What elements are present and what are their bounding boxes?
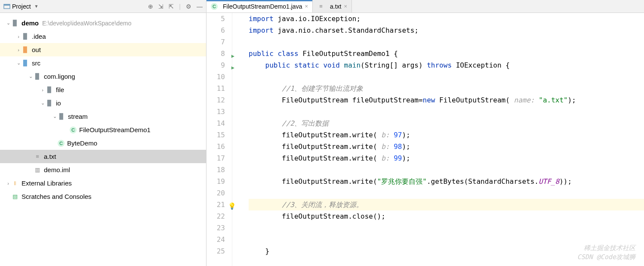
line-number: 17 — [206, 152, 225, 164]
tree-root[interactable]: ⌄ ▉ demo E:\develop\ideaWorkSpace\demo — [0, 16, 206, 30]
chevron-down-icon[interactable]: ⌄ — [5, 20, 11, 26]
gear-icon[interactable]: ⚙ — [186, 3, 191, 10]
tree-label: demo.iml — [44, 166, 70, 173]
package-icon: ▉ — [58, 113, 65, 121]
line-number: 24 — [206, 234, 225, 245]
sidebar-header: Project ▼ ⊕ ⇲ ⇱ | ⚙ — — [0, 0, 206, 13]
line-number: 16 — [206, 141, 225, 152]
text-file-icon: ≡ — [34, 153, 41, 161]
folder-icon: ▉ — [22, 33, 29, 40]
tree-label: ByteDemo — [67, 139, 97, 147]
tree-label: src — [32, 59, 40, 67]
package-icon: ▉ — [46, 99, 53, 107]
tree-label: file — [56, 86, 64, 93]
tree-node-file2[interactable]: · C ByteDemo — [0, 136, 206, 150]
tree-node-out[interactable]: › ▉ out — [0, 43, 206, 56]
module-icon: ▉ — [11, 19, 19, 27]
iml-file-icon: ▥ — [34, 166, 41, 174]
tree-node-file[interactable]: › ▉ file — [0, 83, 206, 96]
java-class-icon: C — [70, 127, 77, 133]
line-number: 11 — [206, 83, 225, 94]
svg-rect-1 — [4, 4, 10, 6]
editor-tabs: C FileOutputStreamDemo1.java × ≡ a.txt × — [206, 0, 644, 13]
tree-label: stream — [68, 113, 88, 120]
tree-node-atxt[interactable]: · ≡ a.txt — [0, 150, 206, 163]
code-editor[interactable]: 5 6 7 8▶ 9▶ 10 11 12 13 14 15 16 17 18 1… — [206, 13, 644, 266]
tree-label: out — [32, 46, 41, 53]
line-number: 25 — [206, 245, 225, 257]
line-number: 14 — [206, 118, 225, 129]
package-icon: ▉ — [34, 73, 41, 80]
tree-node-idea[interactable]: › ▉ .idea — [0, 30, 206, 43]
tree-path: E:\develop\ideaWorkSpace\demo — [42, 20, 132, 27]
line-number: 6 — [206, 25, 225, 36]
tree-label: com.ligong — [44, 73, 75, 80]
tab-label: FileOutputStreamDemo1.java — [223, 3, 302, 10]
chevron-down-icon[interactable]: ⌄ — [52, 114, 58, 119]
hide-icon[interactable]: — — [197, 3, 203, 10]
chevron-down-icon[interactable]: ⌄ — [28, 74, 34, 79]
select-opened-icon[interactable]: ⊕ — [148, 3, 153, 10]
tab-txt-file[interactable]: ≡ a.txt × — [313, 0, 352, 12]
close-icon[interactable]: × — [344, 3, 347, 9]
tree-label: Scratches and Consoles — [22, 193, 92, 200]
line-number: 5 — [206, 13, 225, 25]
tree-node-stream[interactable]: ⌄ ▉ stream — [0, 110, 206, 123]
project-icon — [3, 3, 10, 10]
tree-label: .idea — [32, 33, 46, 40]
chevron-down-icon[interactable]: ⌄ — [40, 100, 46, 106]
tree-label: demo — [22, 19, 39, 27]
tree-node-io[interactable]: ⌄ ▉ io — [0, 96, 206, 110]
folder-icon: ▉ — [22, 46, 29, 54]
project-dropdown[interactable]: Project ▼ — [3, 3, 38, 10]
line-number: 7 — [206, 36, 225, 48]
chevron-right-icon[interactable]: › — [15, 47, 22, 53]
tree-label: io — [56, 99, 61, 107]
line-number: 8▶ — [206, 48, 225, 59]
line-number: 22 — [206, 210, 225, 222]
expand-all-icon[interactable]: ⇲ — [158, 3, 163, 10]
line-number: 12 — [206, 94, 225, 106]
tree-node-file1[interactable]: · C FileOutputStreamDemo1 — [0, 123, 206, 136]
tree-label: FileOutputStreamDemo1 — [79, 126, 151, 133]
line-number: 19 — [206, 176, 225, 187]
line-number: 21💡 — [206, 199, 225, 210]
sidebar-toolbar: ⊕ ⇲ ⇱ | ⚙ — — [148, 3, 203, 10]
divider: | — [179, 3, 181, 10]
project-sidebar: Project ▼ ⊕ ⇲ ⇱ | ⚙ — ⌄ ▉ demo E:\develo… — [0, 0, 206, 266]
tab-java-file[interactable]: C FileOutputStreamDemo1.java × — [206, 0, 313, 12]
tree-node-external[interactable]: › ⫴ External Libraries — [0, 176, 206, 190]
line-number: 13 — [206, 106, 225, 118]
package-icon: ▉ — [46, 86, 53, 94]
collapse-all-icon[interactable]: ⇱ — [169, 3, 174, 10]
chevron-right-icon[interactable]: › — [15, 34, 22, 39]
tree-node-src[interactable]: ⌄ ▉ src — [0, 56, 206, 70]
gutter: 5 6 7 8▶ 9▶ 10 11 12 13 14 15 16 17 18 1… — [206, 13, 232, 266]
project-tree[interactable]: ⌄ ▉ demo E:\develop\ideaWorkSpace\demo ›… — [0, 13, 206, 207]
editor-panel: C FileOutputStreamDemo1.java × ≡ a.txt ×… — [206, 0, 644, 266]
java-class-icon: C — [211, 3, 218, 10]
text-file-icon: ≡ — [317, 3, 325, 10]
library-icon: ⫴ — [11, 179, 19, 187]
tree-node-scratches[interactable]: · ▧ Scratches and Consoles — [0, 190, 206, 203]
line-number: 15 — [206, 129, 225, 141]
tab-label: a.txt — [330, 3, 341, 10]
chevron-right-icon[interactable]: › — [5, 181, 11, 186]
folder-icon: ▉ — [22, 59, 29, 67]
line-number: 10 — [206, 71, 225, 83]
chevron-down-icon[interactable]: ⌄ — [15, 60, 22, 66]
tree-label: a.txt — [44, 153, 56, 160]
line-number: 9▶ — [206, 59, 225, 71]
close-icon[interactable]: × — [305, 3, 308, 9]
scratches-icon: ▧ — [11, 193, 19, 201]
code-content[interactable]: import java.io.IOException; import java.… — [232, 13, 644, 266]
chevron-right-icon[interactable]: › — [40, 87, 46, 93]
java-class-icon: C — [58, 140, 65, 147]
chevron-down-icon: ▼ — [34, 4, 39, 9]
line-number: 23 — [206, 222, 225, 234]
line-number: 18 — [206, 164, 225, 176]
tree-node-pkg[interactable]: ⌄ ▉ com.ligong — [0, 70, 206, 83]
tree-node-iml[interactable]: · ▥ demo.iml — [0, 163, 206, 176]
tree-label: External Libraries — [22, 179, 72, 187]
sidebar-title-text: Project — [12, 3, 31, 10]
